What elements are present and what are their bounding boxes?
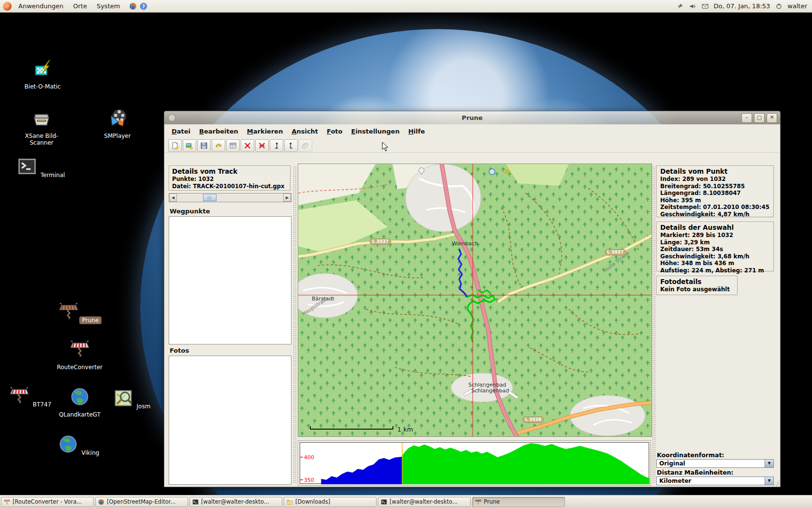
detail-line: Zeitstempel: 07.01.2010 08:30:45 bbox=[660, 204, 770, 211]
svg-text:?: ? bbox=[143, 3, 145, 9]
volume-icon[interactable] bbox=[688, 2, 697, 11]
panel-menu-orte[interactable]: Orte bbox=[68, 0, 92, 12]
detail-line: Geschwindigkeit: 3,68 km/h bbox=[660, 253, 770, 260]
panel-menu-system[interactable]: System bbox=[92, 0, 125, 12]
track-details-box: Details vom Track Punkte: 1032 Datei: TR… bbox=[169, 165, 290, 191]
menu-foto[interactable]: Foto bbox=[322, 126, 347, 137]
delete-range-button[interactable] bbox=[255, 139, 269, 152]
point-scrollbar[interactable]: ◀ ▶ bbox=[169, 193, 291, 202]
maximize-button[interactable]: ▢ bbox=[754, 113, 765, 123]
map-view[interactable]: 1 km WambachBärstadtSchlangenbadSchlange… bbox=[298, 164, 652, 437]
ubuntu-logo-icon[interactable] bbox=[3, 2, 12, 11]
taskbar-item-prune[interactable]: Prune bbox=[472, 497, 565, 507]
desktop-icon-bt747[interactable]: BT747 bbox=[5, 385, 58, 408]
desktop-icon-viking[interactable]: Viking bbox=[53, 433, 106, 457]
window-list-taskbar: [RouteConverter - Vora...[OpenStreetMap-… bbox=[0, 495, 812, 508]
photo-details-box: FotodetailsKein Foto ausgewählt bbox=[656, 276, 738, 295]
mail-icon[interactable] bbox=[701, 2, 710, 11]
track-points-line: Punkte: 1032 bbox=[172, 176, 287, 182]
track-file-line: Datei: TRACK-20100107-hin-cut.gpx bbox=[172, 183, 287, 190]
power-icon[interactable] bbox=[774, 2, 783, 11]
splitter-right[interactable] bbox=[652, 166, 656, 484]
splitter-left[interactable] bbox=[293, 166, 297, 484]
clock[interactable]: Do, 07. Jan, 18:53 bbox=[714, 2, 770, 10]
new-file-button[interactable] bbox=[168, 139, 182, 152]
chevron-down-icon[interactable]: ▼ bbox=[765, 477, 773, 485]
desktop-icon-josm[interactable]: Josm bbox=[106, 387, 160, 410]
resize-grip[interactable] bbox=[773, 479, 780, 486]
scroll-left-arrow-icon[interactable]: ◀ bbox=[169, 194, 177, 202]
add-photo-button[interactable] bbox=[183, 139, 196, 152]
menu-markieren[interactable]: Markieren bbox=[243, 126, 288, 137]
awning-red-icon bbox=[69, 339, 90, 360]
scrollbar-thumb[interactable] bbox=[203, 194, 217, 201]
power-icon bbox=[775, 2, 783, 10]
desktop-icon-qlandkartegt[interactable]: QLandkarteGT bbox=[53, 386, 106, 418]
taskbar-item--routeconverter-vora-[interactable]: [RouteConverter - Vora... bbox=[1, 497, 94, 507]
desktop-icon-biet-o-matic[interactable]: Biet-O-Matic bbox=[16, 58, 69, 90]
awning-red-icon bbox=[9, 385, 30, 406]
minimize-button[interactable]: – bbox=[741, 113, 752, 123]
taskbar-item--walter-walter-deskto-[interactable]: [walter@walter-deskto... bbox=[189, 497, 282, 507]
detail-line: Geschwindigkeit: 4,87 km/h bbox=[660, 211, 770, 218]
detail-line: Längengrad: 8.10038047 bbox=[660, 190, 770, 197]
elevation-profile-plot[interactable]: 400350 bbox=[300, 442, 649, 484]
title-bar[interactable]: Prune –▢✕ bbox=[164, 111, 780, 125]
undo-button[interactable] bbox=[212, 139, 225, 152]
scroll-right-arrow-icon[interactable]: ▶ bbox=[283, 194, 291, 202]
range-end-button[interactable] bbox=[284, 139, 298, 152]
menu-ansicht[interactable]: Ansicht bbox=[287, 126, 322, 137]
window-body: DateiBearbeitenMarkierenAnsichtFotoEinst… bbox=[164, 124, 780, 487]
desktop-icon-xsane-bild-scanner[interactable]: XSane Bild-Scanner bbox=[15, 107, 68, 147]
window-menu-button[interactable] bbox=[168, 114, 175, 121]
menu-bearbeiten[interactable]: Bearbeiten bbox=[195, 126, 243, 137]
josm-icon bbox=[113, 387, 134, 410]
box-title: Details der Auswahl bbox=[660, 224, 770, 231]
smplayer-icon bbox=[107, 107, 128, 131]
globe-icon bbox=[69, 386, 90, 407]
firefox-icon bbox=[98, 498, 105, 506]
taskbar-item--downloads-[interactable]: [Downloads] bbox=[284, 497, 377, 507]
taskbar-item--openstreetmap-editor-[interactable]: [OpenStreetMap-Editor... bbox=[95, 497, 188, 507]
detail-line: Länge: 3,29 km bbox=[660, 239, 770, 246]
desktop-icon-routeconverter[interactable]: RouteConverter bbox=[53, 339, 106, 371]
desktop-icon-label: Josm bbox=[134, 403, 154, 410]
help-launcher[interactable]: ? bbox=[139, 2, 148, 11]
firefox-launcher[interactable] bbox=[129, 2, 137, 11]
panel-menu-anwendungen[interactable]: Anwendungen bbox=[14, 0, 68, 12]
detail-line: Markiert: 289 bis 1032 bbox=[660, 232, 770, 239]
place-label: Schlangenbad bbox=[471, 388, 509, 394]
save-button[interactable] bbox=[197, 139, 211, 152]
photos-list[interactable] bbox=[169, 356, 291, 485]
detail-line: Index: 289 von 1032 bbox=[660, 176, 770, 183]
detail-line: Höhe: 395 m bbox=[660, 197, 770, 204]
network-icon[interactable] bbox=[676, 2, 684, 11]
chevron-down-icon[interactable]: ▼ bbox=[765, 460, 773, 467]
point-details-box: Details vom PunktIndex: 289 von 1032Brei… bbox=[656, 165, 774, 217]
edit-point-button[interactable] bbox=[226, 139, 240, 152]
gnome-top-panel: AnwendungenOrteSystem ? Do, 07. Jan, 18:… bbox=[0, 0, 812, 13]
coordinate-format-select[interactable]: Original ▼ bbox=[656, 459, 774, 468]
menu-hilfe[interactable]: Hilfe bbox=[404, 126, 429, 137]
desktop-icon-terminal[interactable]: Terminal bbox=[15, 156, 69, 179]
menu-datei[interactable]: Datei bbox=[167, 126, 195, 137]
connect-photo-button[interactable] bbox=[299, 139, 312, 152]
desktop-icon-prune[interactable]: Prune bbox=[53, 301, 106, 324]
menu-einstellungen[interactable]: Einstellungen bbox=[347, 126, 404, 137]
range-start-button[interactable] bbox=[270, 139, 283, 152]
photos-label: Fotos bbox=[170, 347, 189, 354]
awning-red-icon bbox=[69, 339, 90, 362]
close-button[interactable]: ✕ bbox=[767, 113, 777, 123]
username[interactable]: walter bbox=[787, 2, 807, 10]
taskbar-item--walter-walter-deskto-[interactable]: [walter@walter-deskto... bbox=[378, 497, 471, 507]
waypoints-list[interactable] bbox=[169, 216, 291, 344]
terminal-icon bbox=[16, 156, 38, 179]
menu-bar: DateiBearbeitenMarkierenAnsichtFotoEinst… bbox=[164, 124, 780, 139]
awning-red-icon bbox=[9, 385, 30, 408]
desktop-icon-label: XSane Bild-Scanner bbox=[15, 132, 68, 147]
detail-line: Aufstieg: 224 m, Abstieg: 271 m bbox=[660, 267, 770, 274]
distance-units-select[interactable]: Kilometer ▼ bbox=[656, 477, 774, 485]
delete-point-button[interactable] bbox=[241, 139, 254, 152]
elevation-profile-panel[interactable]: 400350 bbox=[298, 440, 651, 486]
desktop-icon-smplayer[interactable]: SMPlayer bbox=[91, 107, 144, 140]
